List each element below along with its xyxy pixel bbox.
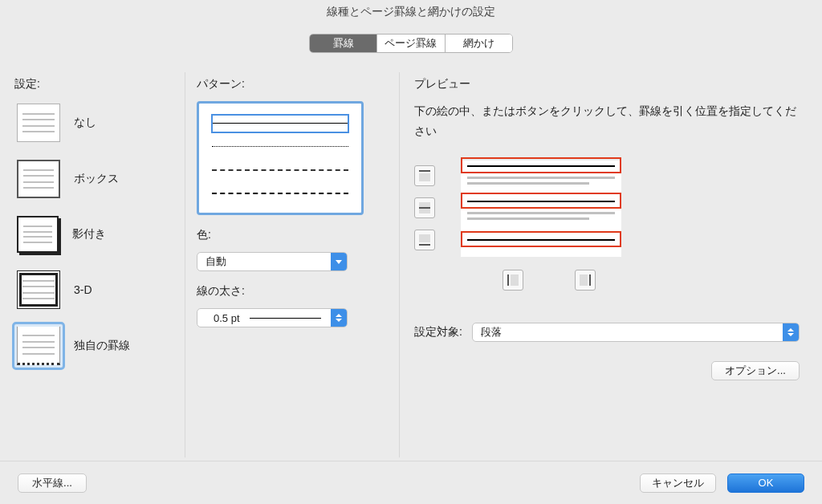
style-column: パターン: 色: 自動 線の太さ: 0.5 pt	[185, 72, 400, 457]
preset-3d[interactable]: 3-D	[14, 268, 177, 311]
svg-rect-8	[580, 274, 588, 286]
tab-shading[interactable]: 網かけ	[446, 35, 512, 52]
settings-heading: 設定:	[14, 77, 177, 91]
preview-column: プレビュー 下の絵の中、またはボタンをクリックして、罫線を引く位置を指定してくだ…	[400, 72, 822, 457]
pattern-list[interactable]	[197, 101, 364, 215]
preview-area	[414, 157, 687, 294]
border-left-toggle[interactable]	[503, 270, 523, 291]
dialog-body: 設定: なし ボックス 影付き 3-D 独自の罫線	[0, 72, 822, 457]
dialog-window: 線種とページ罫線と網かけの設定 罫線 ページ罫線 網かけ 設定: なし ボックス…	[0, 0, 822, 504]
apply-to-label: 設定対象:	[414, 325, 462, 339]
width-heading: 線の太さ:	[197, 284, 391, 299]
tab-bar: 罫線 ページ罫線 網かけ	[309, 34, 513, 53]
preview-canvas[interactable]	[461, 161, 621, 257]
border-bottom-toggle[interactable]	[414, 230, 435, 250]
pattern-dashed[interactable]	[212, 185, 348, 202]
apply-to-select[interactable]: 段落	[472, 323, 800, 342]
svg-rect-6	[507, 274, 509, 286]
color-value: 自動	[206, 254, 226, 269]
pattern-dotted[interactable]	[212, 138, 348, 156]
tab-borders[interactable]: 罫線	[310, 35, 377, 52]
preset-box[interactable]: ボックス	[14, 157, 177, 201]
preview-heading: プレビュー	[414, 77, 800, 91]
svg-rect-1	[419, 173, 430, 181]
tab-page-border[interactable]: ページ罫線	[377, 35, 445, 52]
preset-custom[interactable]: 独自の罫線	[14, 324, 177, 368]
horizontal-line-button[interactable]: 水平線...	[18, 474, 87, 493]
border-right-toggle[interactable]	[575, 270, 596, 291]
pattern-solid[interactable]	[212, 115, 348, 132]
window-title: 線種とページ罫線と網かけの設定	[0, 0, 822, 19]
dialog-footer: 水平線... キャンセル OK	[0, 461, 822, 504]
border-middle-toggle[interactable]	[414, 197, 435, 218]
width-select[interactable]: 0.5 pt	[197, 308, 348, 327]
svg-rect-7	[511, 274, 519, 286]
width-value: 0.5 pt	[214, 312, 240, 324]
preset-label: 3-D	[74, 283, 92, 296]
chevron-down-icon	[331, 253, 347, 270]
settings-column: 設定: なし ボックス 影付き 3-D 独自の罫線	[0, 72, 185, 457]
stepper-icon	[331, 309, 347, 327]
svg-rect-4	[419, 234, 430, 242]
ok-button[interactable]: OK	[727, 474, 804, 493]
preset-label: 影付き	[72, 227, 106, 242]
pattern-heading: パターン:	[197, 77, 391, 91]
pattern-dashed-wide[interactable]	[212, 161, 348, 179]
cancel-button[interactable]: キャンセル	[640, 474, 716, 493]
options-button[interactable]: オプション...	[711, 361, 800, 380]
preset-shadow[interactable]: 影付き	[14, 213, 177, 255]
stepper-icon	[783, 323, 799, 341]
svg-rect-0	[419, 170, 430, 172]
svg-rect-9	[589, 274, 591, 286]
apply-to-value: 段落	[481, 325, 502, 339]
border-top-toggle[interactable]	[414, 165, 435, 186]
svg-rect-3	[419, 207, 430, 209]
preset-none[interactable]: なし	[14, 101, 177, 144]
color-select[interactable]: 自動	[197, 252, 348, 271]
preset-label: 独自の罫線	[74, 339, 130, 353]
color-heading: 色:	[197, 228, 391, 242]
svg-rect-5	[419, 244, 430, 246]
preview-help: 下の絵の中、またはボタンをクリックして、罫線を引く位置を指定してください	[414, 101, 800, 141]
preset-label: ボックス	[74, 172, 119, 186]
preset-label: なし	[74, 116, 96, 130]
